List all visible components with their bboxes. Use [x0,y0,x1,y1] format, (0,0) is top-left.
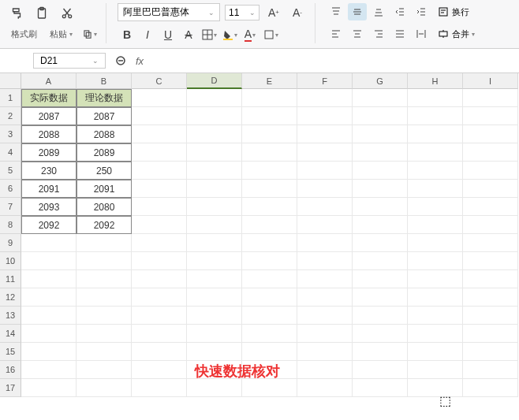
row-header-4[interactable]: 4 [0,143,21,162]
cell-C5[interactable] [132,162,187,180]
cell-I8[interactable] [463,216,518,234]
cell-E8[interactable] [242,216,297,234]
row-header-11[interactable]: 11 [0,270,21,288]
font-color-button[interactable]: A▾ [241,26,260,43]
cell-A8[interactable]: 2092 [21,216,77,234]
cell-F16[interactable] [297,361,353,379]
cell-C15[interactable] [132,343,187,361]
cell-D14[interactable] [187,325,242,343]
row-header-2[interactable]: 2 [0,107,21,125]
select-all-corner[interactable] [0,73,21,89]
cell-B5[interactable]: 250 [77,162,132,180]
cell-C1[interactable] [132,89,187,107]
cell-F6[interactable] [297,180,353,198]
bold-button[interactable]: B [118,26,136,43]
cell-B1[interactable]: 理论数据 [77,89,132,107]
cell-D9[interactable] [187,234,242,252]
column-header-H[interactable]: H [408,73,463,89]
cell-C14[interactable] [132,325,187,343]
cell-A16[interactable] [21,361,77,379]
cell-B15[interactable] [77,343,132,361]
cell-H10[interactable] [408,252,463,270]
cell-G13[interactable] [353,307,408,325]
increase-font-button[interactable]: A+ [264,4,283,21]
cell-I5[interactable] [463,162,518,180]
cell-F4[interactable] [297,143,353,162]
column-header-C[interactable]: C [132,73,187,89]
cell-D6[interactable] [187,180,242,198]
row-header-10[interactable]: 10 [0,252,21,270]
cell-F10[interactable] [297,252,353,270]
cell-H2[interactable] [408,107,463,125]
cell-C12[interactable] [132,288,187,307]
cell-F1[interactable] [297,89,353,107]
cell-H15[interactable] [408,343,463,361]
cell-H9[interactable] [408,234,463,252]
cell-C9[interactable] [132,234,187,252]
column-header-G[interactable]: G [353,73,408,89]
cell-C10[interactable] [132,252,187,270]
column-header-F[interactable]: F [297,73,353,89]
cell-D1[interactable] [187,89,242,107]
cell-B11[interactable] [77,270,132,288]
cell-F2[interactable] [297,107,353,125]
copy-icon[interactable]: ▾ [80,25,98,43]
cell-A9[interactable] [21,234,77,252]
cell-G17[interactable] [353,379,408,397]
cell-E2[interactable] [242,107,297,125]
format-painter-button[interactable]: 格式刷 [6,27,42,42]
cell-H7[interactable] [408,198,463,216]
cell-D3[interactable] [187,125,242,143]
cell-I15[interactable] [463,343,518,361]
cell-G16[interactable] [353,361,408,379]
cell-G11[interactable] [353,270,408,288]
cell-B8[interactable]: 2092 [77,216,132,234]
column-header-B[interactable]: B [77,73,132,89]
cell-C17[interactable] [132,379,187,397]
fill-color-button[interactable]: ▾ [220,26,239,43]
wrap-text-button[interactable]: 换行 [433,3,474,20]
cell-D4[interactable] [187,143,242,162]
cell-F11[interactable] [297,270,353,288]
row-header-1[interactable]: 1 [0,89,21,107]
cell-I3[interactable] [463,125,518,143]
cell-H8[interactable] [408,216,463,234]
borders-button[interactable]: ▾ [200,26,218,43]
cell-B3[interactable]: 2088 [77,125,132,143]
cell-A6[interactable]: 2091 [21,180,77,198]
cell-E10[interactable] [242,252,297,270]
cell-A10[interactable] [21,252,77,270]
cell-C6[interactable] [132,180,187,198]
cell-I6[interactable] [463,180,518,198]
cell-E11[interactable] [242,270,297,288]
row-header-16[interactable]: 16 [0,361,21,379]
row-header-6[interactable]: 6 [0,180,21,198]
cell-H4[interactable] [408,143,463,162]
cell-F9[interactable] [297,234,353,252]
column-header-E[interactable]: E [242,73,297,89]
cell-I13[interactable] [463,307,518,325]
cell-A15[interactable] [21,343,77,361]
align-bottom-button[interactable] [369,3,388,20]
row-header-3[interactable]: 3 [0,125,21,143]
cell-I10[interactable] [463,252,518,270]
cell-H5[interactable] [408,162,463,180]
name-box[interactable]: D21⌄ [33,53,106,69]
cell-C7[interactable] [132,198,187,216]
cell-D11[interactable] [187,270,242,288]
cell-E1[interactable] [242,89,297,107]
cell-B14[interactable] [77,325,132,343]
cell-G3[interactable] [353,125,408,143]
paste-button[interactable]: 粘贴▾ [45,27,77,42]
font-family-select[interactable]: 阿里巴巴普惠体⌄ [118,3,220,21]
cell-G14[interactable] [353,325,408,343]
cell-D2[interactable] [187,107,242,125]
cell-H12[interactable] [408,288,463,307]
cell-F7[interactable] [297,198,353,216]
cell-D12[interactable] [187,288,242,307]
cell-E13[interactable] [242,307,297,325]
cell-G2[interactable] [353,107,408,125]
cell-D8[interactable] [187,216,242,234]
cell-I1[interactable] [463,89,518,107]
align-left-button[interactable] [327,25,345,43]
